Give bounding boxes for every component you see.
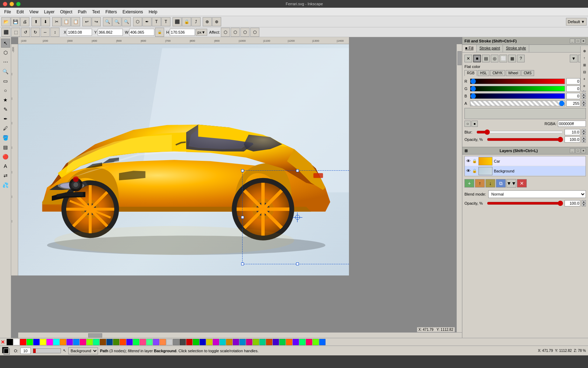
color-swatch[interactable] [153,339,159,345]
color-swatch[interactable] [106,339,113,345]
horizontal-scrollbar[interactable] [18,332,462,338]
color-swatch[interactable] [133,339,139,345]
color-swatch[interactable] [33,339,40,345]
bucket-tool[interactable]: 🪣 [1,133,10,142]
zoom-preset-dropdown[interactable]: Default ▼ [566,18,587,26]
maximize-button[interactable] [16,2,21,6]
affect-btn2[interactable]: ⬡ [231,28,240,37]
color-swatch[interactable] [273,339,279,345]
opacity-status-input[interactable] [20,348,31,354]
opacity-slider[interactable] [487,137,563,142]
color-swatch[interactable] [306,339,312,345]
rotate-ccw-btn[interactable]: ↺ [21,28,30,37]
color-swatch[interactable] [253,339,259,345]
current-layer-dropdown[interactable]: Background Car [68,347,98,354]
g-slider[interactable] [470,86,565,91]
a-value[interactable]: 255 [566,100,580,107]
circle-tool[interactable]: ○ [1,86,10,95]
unknown-paint-btn[interactable]: ? [517,55,525,62]
flat-color-btn[interactable]: ■ [473,55,481,62]
hsl-tab[interactable]: HSL [478,70,489,76]
color-swatch[interactable] [7,339,13,345]
select-tool[interactable]: ↖ [1,39,10,48]
menu-extensions[interactable]: Extensions [120,9,146,15]
menu-filters[interactable]: Filters [103,9,120,15]
color-swatch[interactable] [293,339,299,345]
no-color-indicator[interactable]: ✕ [1,339,5,345]
no-paint-btn[interactable]: ✕ [464,55,472,62]
layers-close-btn[interactable]: × [581,148,586,153]
lower-layer-btn[interactable]: ↓ [485,179,495,188]
tab-fill[interactable]: ■ Fill [462,45,477,52]
color-circle-btn1[interactable]: ○ [464,121,471,127]
blend-mode-select[interactable]: Normal Multiply Screen Overlay Darken Li… [488,190,586,198]
color-swatch[interactable] [60,339,66,345]
tab-stroke-style[interactable]: Stroke style [503,45,529,52]
zoom-out-button[interactable]: 🔍 [112,17,121,26]
color-circle-btn2[interactable]: ● [471,121,478,127]
duplicate-layer-btn[interactable]: ⧉ [496,179,506,188]
print-button[interactable]: 🖨 [20,17,29,26]
tweak-tool[interactable]: ⋯ [1,57,10,67]
car-layer-eye[interactable]: 👁 [466,158,471,164]
color-swatch[interactable] [47,339,53,345]
wheel-tab[interactable]: Wheel [506,70,520,76]
text-tool[interactable]: A [1,162,10,171]
g-value[interactable]: 0 [566,86,580,92]
color-swatch[interactable] [213,339,219,345]
r-value[interactable]: 0 [566,78,580,84]
menu-text[interactable]: Text [89,9,103,15]
export-button[interactable]: ⬇ [41,17,50,26]
color-swatch[interactable] [299,339,306,345]
redo-button[interactable]: ↪ [92,17,101,26]
opacity-value[interactable]: 100.0 [565,136,580,143]
rgb-tab[interactable]: RGB [464,70,477,76]
connector-tool[interactable]: ⇄ [1,171,10,180]
copy-button[interactable]: 📋 [62,17,71,26]
opacity-down-btn[interactable]: ▼ [582,139,586,143]
menu-edit[interactable]: Edit [14,9,27,15]
add-layer-btn[interactable]: + [464,179,474,188]
canvas-area[interactable]: |100 |200 |300 |400 |500 |600 |700 |800 … [11,37,462,338]
color-swatch[interactable] [27,339,33,345]
b-down-btn[interactable]: ▼ [582,96,586,99]
color-swatch[interactable] [66,339,73,345]
snap-btn6[interactable]: ≡ [581,83,588,89]
color-swatch[interactable] [206,339,212,345]
tab-stroke-paint[interactable]: Stroke paint [477,45,503,52]
layer-opacity-up-btn[interactable]: ▲ [582,200,586,203]
layers-minimize-btn[interactable]: _ [570,148,575,153]
minimize-button[interactable] [9,2,14,6]
color-swatch[interactable] [180,339,186,345]
calligraphy-tool[interactable]: 🖊 [1,124,10,133]
affect-btn4[interactable]: ⬡ [250,28,259,37]
vertical-scrollbar[interactable] [456,44,462,332]
unit-dropdown[interactable]: px ▼ [196,29,207,36]
color-swatch[interactable] [13,339,20,345]
bg-layer-eye[interactable]: 👁 [466,168,471,173]
a-up-btn[interactable]: ▲ [582,100,586,103]
b-value[interactable]: 0 [566,93,580,99]
menu-layer[interactable]: Layer [41,9,57,15]
eyedropper-tool[interactable]: 🔴 [1,152,10,161]
panel-close-btn[interactable]: × [581,39,586,43]
color-swatch[interactable] [160,339,166,345]
blur-down-btn[interactable]: ▼ [582,132,586,135]
lock-btn[interactable]: 🔒 [182,17,191,26]
color-swatch[interactable] [20,339,26,345]
fill-marker-btn[interactable]: ▼ [570,55,578,62]
node-tool-btn[interactable]: ⬡ [1,48,10,57]
layers-dock-btn[interactable]: □ [575,148,580,153]
color-swatch[interactable] [313,339,319,345]
layer-opacity-slider[interactable] [487,200,563,206]
affect-btn1[interactable]: ⬡ [221,28,230,37]
color-swatch[interactable] [239,339,246,345]
opacity-up-btn[interactable]: ▲ [582,136,586,139]
layer-opacity-value[interactable]: 100.0 [565,200,580,206]
color-swatch[interactable] [186,339,192,345]
layer-row-background[interactable]: 👁 🔒 Background [465,166,586,176]
panel-dock-btn[interactable]: □ [575,39,580,43]
color-swatch[interactable] [73,339,79,345]
gradient-tool[interactable]: ▤ [1,143,10,152]
menu-help[interactable]: Help [146,9,160,15]
